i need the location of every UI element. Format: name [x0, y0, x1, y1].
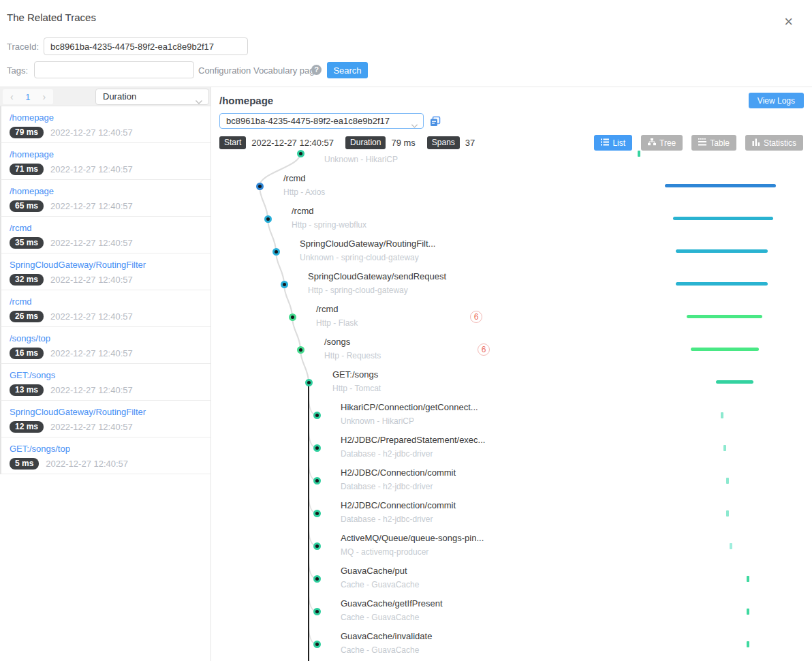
- span-name: GET:/songs: [332, 369, 378, 380]
- span-row[interactable]: Unknown - HikariCP: [211, 149, 812, 170]
- trace-list-item[interactable]: SpringCloudGateway/RoutingFilter12 ms202…: [0, 401, 210, 437]
- span-row[interactable]: ActiveMQ/Queue/queue-songs-pin...MQ - ac…: [211, 529, 812, 562]
- trace-list-item[interactable]: GET:/songs13 ms2022-12-27 12:40:57: [0, 364, 210, 401]
- trace-id-select[interactable]: bc8961ba-4235-4475-89f2-ea1c8e9b2f17: [219, 113, 424, 129]
- span-duration-tick: [726, 510, 729, 517]
- trace-link[interactable]: /rcmd: [10, 296, 202, 307]
- tags-label: Tags:: [7, 65, 28, 76]
- span-row[interactable]: GuavaCache/invalidateCache - GuavaCache: [211, 628, 812, 660]
- span-service-label: Unknown - spring-cloud-gateway: [300, 253, 419, 262]
- spans-badge: Spans: [427, 136, 460, 149]
- span-row[interactable]: /songsHttp - Requests6: [211, 333, 812, 366]
- span-row[interactable]: H2/JDBC/PreparedStatement/exec...Databas…: [211, 431, 812, 464]
- view-logs-button[interactable]: View Logs: [749, 93, 804, 108]
- trace-link[interactable]: SpringCloudGateway/RoutingFilter: [10, 407, 202, 417]
- list-icon: [601, 138, 609, 148]
- span-dot-icon: [256, 183, 264, 190]
- span-row[interactable]: /rcmdHttp - Flask6: [211, 301, 812, 333]
- span-row[interactable]: GuavaCache/getIfPresentCache - GuavaCach…: [211, 595, 812, 628]
- span-service-label: Http - spring-cloud-gateway: [308, 286, 408, 295]
- tree-icon: [648, 138, 656, 148]
- span-duration-bar: [676, 282, 768, 286]
- span-row[interactable]: GET:/songsHttp - Tomcat: [211, 366, 812, 399]
- page-number[interactable]: 1: [25, 92, 30, 102]
- trace-timestamp: 2022-12-27 12:40:57: [50, 201, 133, 211]
- trace-link[interactable]: /homepage: [10, 149, 202, 159]
- trace-link[interactable]: /homepage: [10, 186, 202, 196]
- span-service-label: MQ - activemq-producer: [341, 547, 428, 557]
- close-icon[interactable]: ×: [784, 15, 793, 29]
- span-name: H2/JDBC/Connection/commit: [341, 500, 456, 510]
- traceid-input[interactable]: [44, 37, 248, 55]
- sort-select[interactable]: Duration: [95, 89, 209, 105]
- sort-select-value: Duration: [103, 91, 136, 102]
- span-name: /songs: [324, 337, 350, 347]
- trace-list-item[interactable]: /homepage79 ms2022-12-27 12:40:57: [0, 106, 210, 143]
- page-title: The Related Traces: [7, 12, 96, 23]
- related-traces-modal: The Related Traces × TraceId: Tags: Conf…: [0, 0, 812, 661]
- span-row[interactable]: SpringCloudGateway/RoutingFilt...Unknown…: [211, 235, 812, 268]
- pagination: ‹ 1 ›: [3, 89, 53, 104]
- span-row[interactable]: H2/JDBC/Connection/commitDatabase - h2-j…: [211, 464, 812, 497]
- trace-link[interactable]: GET:/songs: [10, 370, 202, 380]
- trace-link[interactable]: GET:/songs/top: [10, 444, 202, 454]
- span-duration-bar: [687, 315, 762, 318]
- trace-timestamp: 2022-12-27 12:40:57: [50, 311, 133, 322]
- trace-list-item[interactable]: /rcmd26 ms2022-12-27 12:40:57: [0, 290, 210, 327]
- span-dot-icon: [313, 510, 321, 517]
- copy-icon[interactable]: [430, 116, 441, 127]
- tab-list-label: List: [612, 138, 625, 148]
- span-name: SpringCloudGateway/sendRequest: [308, 271, 446, 281]
- trace-timestamp: 2022-12-27 12:40:57: [50, 348, 133, 358]
- search-button[interactable]: Search: [327, 62, 368, 78]
- question-icon[interactable]: ?: [311, 65, 322, 75]
- span-dot-icon: [313, 608, 321, 615]
- span-row[interactable]: /rcmdHttp - spring-webflux: [211, 202, 812, 235]
- span-name: SpringCloudGateway/RoutingFilt...: [300, 239, 435, 249]
- next-page-icon[interactable]: ›: [40, 91, 48, 102]
- trace-list-item[interactable]: /homepage71 ms2022-12-27 12:40:57: [0, 143, 210, 180]
- trace-list-item[interactable]: SpringCloudGateway/RoutingFilter32 ms202…: [0, 253, 210, 290]
- span-row[interactable]: GuavaCache/putCache - GuavaCache: [211, 562, 812, 595]
- trace-title: /homepage: [219, 95, 273, 106]
- table-icon: [698, 138, 706, 148]
- duration-badge: 65 ms: [10, 200, 44, 212]
- trace-meta: Start 2022-12-27 12:40:57 Duration 79 ms…: [219, 136, 486, 149]
- span-dot-icon: [313, 444, 321, 452]
- trace-link[interactable]: /rcmd: [10, 223, 202, 233]
- span-row[interactable]: SpringCloudGateway/sendRequestHttp - spr…: [211, 268, 812, 301]
- trace-timestamp: 2022-12-27 12:40:57: [50, 385, 133, 395]
- duration-badge: 12 ms: [10, 421, 44, 433]
- trace-link[interactable]: /songs/top: [10, 333, 202, 343]
- span-duration-tick: [730, 543, 732, 549]
- trace-list-item[interactable]: /homepage65 ms2022-12-27 12:40:57: [0, 180, 210, 217]
- span-dot-icon: [313, 542, 321, 550]
- span-duration-tick: [638, 151, 640, 157]
- trace-id-select-value: bc8961ba-4235-4475-89f2-ea1c8e9b2f17: [226, 116, 390, 126]
- span-name: /rcmd: [283, 173, 306, 183]
- span-row[interactable]: HikariCP/Connection/getConnect...Unknown…: [211, 399, 812, 431]
- duration-badge: 71 ms: [10, 164, 44, 175]
- trace-link[interactable]: SpringCloudGateway/RoutingFilter: [10, 260, 202, 270]
- span-duration-bar: [691, 348, 759, 351]
- duration-badge: 5 ms: [10, 458, 39, 470]
- span-dot-icon: [289, 313, 296, 321]
- span-name: H2/JDBC/Connection/commit: [341, 467, 456, 478]
- prev-page-icon[interactable]: ‹: [7, 91, 16, 102]
- span-row[interactable]: /rcmdHttp - Axios: [211, 170, 812, 202]
- span-name: ActiveMQ/Queue/queue-songs-pin...: [341, 533, 484, 543]
- trace-link[interactable]: /homepage: [10, 112, 202, 123]
- trace-detail-header: /homepage View Logs bc8961ba-4235-4475-8…: [211, 87, 812, 151]
- span-duration-bar: [716, 380, 753, 384]
- span-count-badge: 6: [470, 311, 482, 323]
- tab-statistics-label: Statistics: [764, 138, 796, 148]
- vocabulary-link[interactable]: Configuration Vocabulary page: [198, 65, 319, 76]
- trace-list-item[interactable]: /rcmd35 ms2022-12-27 12:40:57: [0, 217, 210, 253]
- span-row[interactable]: H2/JDBC/Connection/commitDatabase - h2-j…: [211, 497, 812, 529]
- trace-list-item[interactable]: /songs/top16 ms2022-12-27 12:40:57: [0, 327, 210, 364]
- tags-input[interactable]: [34, 61, 194, 78]
- trace-timestamp: 2022-12-27 12:40:57: [50, 422, 133, 432]
- duration-badge: 35 ms: [10, 237, 44, 249]
- trace-list-item[interactable]: GET:/songs/top5 ms2022-12-27 12:40:57: [0, 437, 210, 474]
- trace-detail-panel: /homepage View Logs bc8961ba-4235-4475-8…: [211, 87, 812, 661]
